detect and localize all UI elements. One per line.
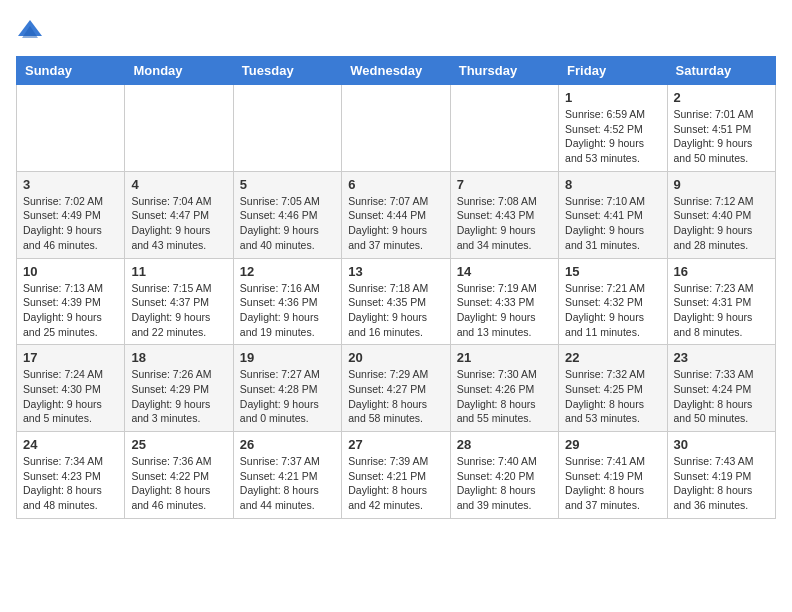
day-info: Sunrise: 7:29 AM Sunset: 4:27 PM Dayligh… — [348, 367, 443, 426]
day-info: Sunrise: 7:16 AM Sunset: 4:36 PM Dayligh… — [240, 281, 335, 340]
day-number: 13 — [348, 264, 443, 279]
calendar-cell: 4Sunrise: 7:04 AM Sunset: 4:47 PM Daylig… — [125, 171, 233, 258]
header-wednesday: Wednesday — [342, 57, 450, 85]
calendar-cell: 8Sunrise: 7:10 AM Sunset: 4:41 PM Daylig… — [559, 171, 667, 258]
calendar-cell — [342, 85, 450, 172]
day-info: Sunrise: 7:41 AM Sunset: 4:19 PM Dayligh… — [565, 454, 660, 513]
day-number: 6 — [348, 177, 443, 192]
day-number: 5 — [240, 177, 335, 192]
day-info: Sunrise: 7:04 AM Sunset: 4:47 PM Dayligh… — [131, 194, 226, 253]
day-number: 17 — [23, 350, 118, 365]
day-number: 23 — [674, 350, 769, 365]
day-number: 28 — [457, 437, 552, 452]
day-number: 8 — [565, 177, 660, 192]
calendar-cell: 3Sunrise: 7:02 AM Sunset: 4:49 PM Daylig… — [17, 171, 125, 258]
header-saturday: Saturday — [667, 57, 775, 85]
calendar-cell: 25Sunrise: 7:36 AM Sunset: 4:22 PM Dayli… — [125, 432, 233, 519]
header-monday: Monday — [125, 57, 233, 85]
calendar-cell: 16Sunrise: 7:23 AM Sunset: 4:31 PM Dayli… — [667, 258, 775, 345]
day-info: Sunrise: 7:05 AM Sunset: 4:46 PM Dayligh… — [240, 194, 335, 253]
calendar-header: SundayMondayTuesdayWednesdayThursdayFrid… — [17, 57, 776, 85]
calendar-week-3: 17Sunrise: 7:24 AM Sunset: 4:30 PM Dayli… — [17, 345, 776, 432]
day-number: 7 — [457, 177, 552, 192]
calendar-cell: 28Sunrise: 7:40 AM Sunset: 4:20 PM Dayli… — [450, 432, 558, 519]
calendar-week-1: 3Sunrise: 7:02 AM Sunset: 4:49 PM Daylig… — [17, 171, 776, 258]
calendar-cell: 20Sunrise: 7:29 AM Sunset: 4:27 PM Dayli… — [342, 345, 450, 432]
calendar-cell — [125, 85, 233, 172]
calendar-cell: 17Sunrise: 7:24 AM Sunset: 4:30 PM Dayli… — [17, 345, 125, 432]
calendar-cell: 10Sunrise: 7:13 AM Sunset: 4:39 PM Dayli… — [17, 258, 125, 345]
day-info: Sunrise: 7:40 AM Sunset: 4:20 PM Dayligh… — [457, 454, 552, 513]
calendar-table: SundayMondayTuesdayWednesdayThursdayFrid… — [16, 56, 776, 519]
day-info: Sunrise: 7:19 AM Sunset: 4:33 PM Dayligh… — [457, 281, 552, 340]
calendar-cell: 26Sunrise: 7:37 AM Sunset: 4:21 PM Dayli… — [233, 432, 341, 519]
calendar-cell: 24Sunrise: 7:34 AM Sunset: 4:23 PM Dayli… — [17, 432, 125, 519]
calendar-cell: 21Sunrise: 7:30 AM Sunset: 4:26 PM Dayli… — [450, 345, 558, 432]
day-number: 4 — [131, 177, 226, 192]
page-header — [16, 16, 776, 44]
day-info: Sunrise: 7:13 AM Sunset: 4:39 PM Dayligh… — [23, 281, 118, 340]
day-info: Sunrise: 7:23 AM Sunset: 4:31 PM Dayligh… — [674, 281, 769, 340]
calendar-cell: 19Sunrise: 7:27 AM Sunset: 4:28 PM Dayli… — [233, 345, 341, 432]
calendar-cell — [233, 85, 341, 172]
day-number: 18 — [131, 350, 226, 365]
calendar-cell: 2Sunrise: 7:01 AM Sunset: 4:51 PM Daylig… — [667, 85, 775, 172]
day-number: 30 — [674, 437, 769, 452]
calendar-cell: 1Sunrise: 6:59 AM Sunset: 4:52 PM Daylig… — [559, 85, 667, 172]
day-info: Sunrise: 6:59 AM Sunset: 4:52 PM Dayligh… — [565, 107, 660, 166]
header-tuesday: Tuesday — [233, 57, 341, 85]
day-number: 10 — [23, 264, 118, 279]
calendar-cell — [17, 85, 125, 172]
day-number: 27 — [348, 437, 443, 452]
day-info: Sunrise: 7:21 AM Sunset: 4:32 PM Dayligh… — [565, 281, 660, 340]
day-number: 26 — [240, 437, 335, 452]
day-info: Sunrise: 7:07 AM Sunset: 4:44 PM Dayligh… — [348, 194, 443, 253]
day-number: 15 — [565, 264, 660, 279]
day-number: 12 — [240, 264, 335, 279]
header-thursday: Thursday — [450, 57, 558, 85]
calendar-cell: 5Sunrise: 7:05 AM Sunset: 4:46 PM Daylig… — [233, 171, 341, 258]
day-info: Sunrise: 7:10 AM Sunset: 4:41 PM Dayligh… — [565, 194, 660, 253]
day-info: Sunrise: 7:32 AM Sunset: 4:25 PM Dayligh… — [565, 367, 660, 426]
day-info: Sunrise: 7:18 AM Sunset: 4:35 PM Dayligh… — [348, 281, 443, 340]
day-info: Sunrise: 7:30 AM Sunset: 4:26 PM Dayligh… — [457, 367, 552, 426]
calendar-cell — [450, 85, 558, 172]
day-number: 2 — [674, 90, 769, 105]
calendar-cell: 12Sunrise: 7:16 AM Sunset: 4:36 PM Dayli… — [233, 258, 341, 345]
day-number: 20 — [348, 350, 443, 365]
day-info: Sunrise: 7:24 AM Sunset: 4:30 PM Dayligh… — [23, 367, 118, 426]
day-info: Sunrise: 7:27 AM Sunset: 4:28 PM Dayligh… — [240, 367, 335, 426]
header-friday: Friday — [559, 57, 667, 85]
day-info: Sunrise: 7:33 AM Sunset: 4:24 PM Dayligh… — [674, 367, 769, 426]
day-number: 25 — [131, 437, 226, 452]
day-number: 22 — [565, 350, 660, 365]
day-number: 14 — [457, 264, 552, 279]
day-number: 16 — [674, 264, 769, 279]
day-number: 21 — [457, 350, 552, 365]
day-info: Sunrise: 7:34 AM Sunset: 4:23 PM Dayligh… — [23, 454, 118, 513]
calendar-cell: 6Sunrise: 7:07 AM Sunset: 4:44 PM Daylig… — [342, 171, 450, 258]
logo-icon — [16, 16, 44, 44]
header-sunday: Sunday — [17, 57, 125, 85]
calendar-cell: 30Sunrise: 7:43 AM Sunset: 4:19 PM Dayli… — [667, 432, 775, 519]
day-number: 11 — [131, 264, 226, 279]
day-number: 19 — [240, 350, 335, 365]
logo — [16, 16, 48, 44]
calendar-cell: 11Sunrise: 7:15 AM Sunset: 4:37 PM Dayli… — [125, 258, 233, 345]
calendar-cell: 15Sunrise: 7:21 AM Sunset: 4:32 PM Dayli… — [559, 258, 667, 345]
day-info: Sunrise: 7:08 AM Sunset: 4:43 PM Dayligh… — [457, 194, 552, 253]
calendar-cell: 13Sunrise: 7:18 AM Sunset: 4:35 PM Dayli… — [342, 258, 450, 345]
calendar-cell: 18Sunrise: 7:26 AM Sunset: 4:29 PM Dayli… — [125, 345, 233, 432]
day-number: 24 — [23, 437, 118, 452]
calendar-body: 1Sunrise: 6:59 AM Sunset: 4:52 PM Daylig… — [17, 85, 776, 519]
calendar-cell: 23Sunrise: 7:33 AM Sunset: 4:24 PM Dayli… — [667, 345, 775, 432]
day-info: Sunrise: 7:26 AM Sunset: 4:29 PM Dayligh… — [131, 367, 226, 426]
calendar-cell: 7Sunrise: 7:08 AM Sunset: 4:43 PM Daylig… — [450, 171, 558, 258]
calendar-cell: 9Sunrise: 7:12 AM Sunset: 4:40 PM Daylig… — [667, 171, 775, 258]
day-info: Sunrise: 7:36 AM Sunset: 4:22 PM Dayligh… — [131, 454, 226, 513]
calendar-cell: 14Sunrise: 7:19 AM Sunset: 4:33 PM Dayli… — [450, 258, 558, 345]
calendar-cell: 22Sunrise: 7:32 AM Sunset: 4:25 PM Dayli… — [559, 345, 667, 432]
day-info: Sunrise: 7:39 AM Sunset: 4:21 PM Dayligh… — [348, 454, 443, 513]
calendar-cell: 29Sunrise: 7:41 AM Sunset: 4:19 PM Dayli… — [559, 432, 667, 519]
day-info: Sunrise: 7:43 AM Sunset: 4:19 PM Dayligh… — [674, 454, 769, 513]
